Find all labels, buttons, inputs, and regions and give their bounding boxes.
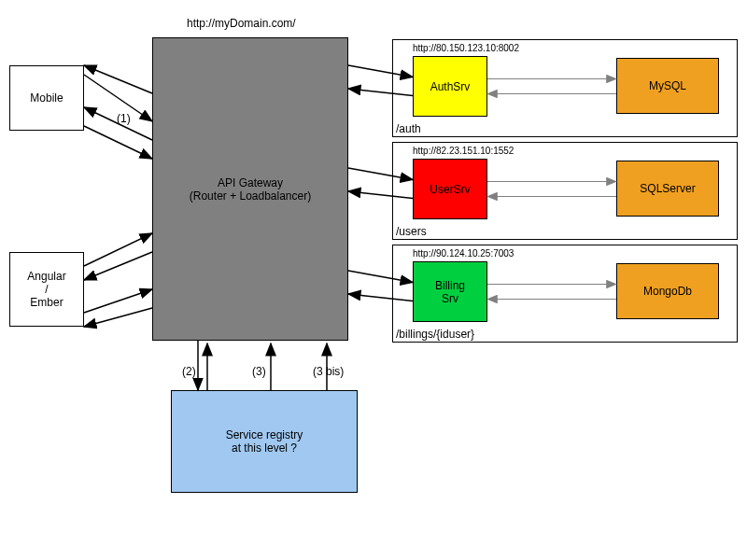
svg-line-7 <box>84 308 152 327</box>
service-registry: Service registry at this level ? <box>171 390 358 493</box>
service-path: /users <box>396 225 427 238</box>
svg-line-6 <box>84 289 152 313</box>
service-url: http://80.150.123.10:8002 <box>413 43 519 53</box>
diagram-canvas: http://myDomain.com/ Mobile Angular / Em… <box>0 0 747 560</box>
edge-label-1: (1) <box>117 112 131 125</box>
service-url: http://90.124.10.25:7003 <box>413 248 514 259</box>
service-registry-label: Service registry at this level ? <box>226 428 303 455</box>
service-box: Billing Srv <box>413 261 487 322</box>
service-path: /auth <box>396 122 421 135</box>
client-angular-label: Angular / Ember <box>27 270 65 309</box>
database-box: SQLServer <box>616 161 719 217</box>
edge-label-2: (2) <box>182 365 196 378</box>
client-mobile-label: Mobile <box>30 91 63 105</box>
svg-line-1 <box>84 65 152 93</box>
gateway-url: http://myDomain.com/ <box>187 17 296 30</box>
edge-label-3: (3) <box>252 365 266 378</box>
api-gateway: API Gateway (Router + Loadbalancer) <box>152 37 348 341</box>
api-gateway-label: API Gateway (Router + Loadbalancer) <box>190 176 311 203</box>
service-path: /billings/{iduser} <box>396 328 474 341</box>
svg-line-4 <box>84 233 152 266</box>
svg-line-5 <box>84 252 152 280</box>
database-box: MongoDb <box>616 263 719 319</box>
service-box: AuthSrv <box>413 56 487 117</box>
edge-label-3bis: (3 bis) <box>313 365 344 378</box>
service-url: http://82.23.151.10:1552 <box>413 146 514 156</box>
database-box: MySQL <box>616 58 719 114</box>
client-angular: Angular / Ember <box>9 252 84 327</box>
svg-line-2 <box>84 126 152 159</box>
client-mobile: Mobile <box>9 65 84 131</box>
service-box: UserSrv <box>413 159 487 219</box>
